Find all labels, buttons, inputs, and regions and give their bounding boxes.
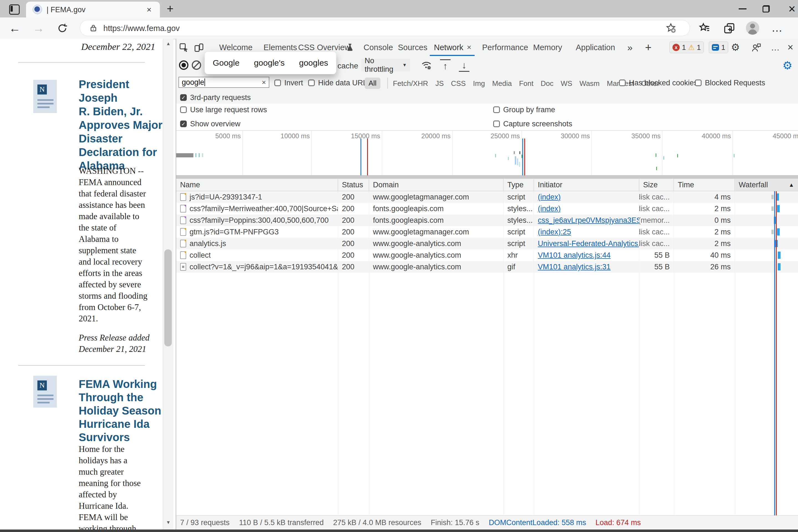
devtools-close-icon[interactable]: ×: [787, 39, 793, 56]
suggestion-item[interactable]: googles: [299, 58, 328, 68]
new-tab-button[interactable]: +: [164, 3, 176, 15]
table-row[interactable]: collect?v=1&_v=j96&aip=1&a=1919354041&t=…: [176, 261, 798, 273]
issues-badge[interactable]: 1: [709, 41, 728, 53]
clear-button[interactable]: [192, 60, 201, 70]
table-row[interactable]: css?family=Merriweather:400,700|Source+S…: [176, 203, 798, 214]
close-window-button[interactable]: ×: [786, 3, 798, 15]
tab-memory[interactable]: Memory: [533, 39, 562, 56]
tab-network-close-icon[interactable]: ×: [464, 43, 474, 52]
column-initiator[interactable]: Initiator: [534, 179, 639, 191]
scrollbar-thumb[interactable]: [164, 249, 172, 346]
article2-thumbnail[interactable]: N: [33, 376, 57, 407]
tab-actions-icon[interactable]: [9, 4, 20, 15]
request-time: 2 ms: [674, 226, 735, 238]
filter-type-css[interactable]: CSS: [451, 79, 466, 88]
throttling-select[interactable]: No throttling ▼: [361, 59, 410, 72]
capture-screenshots-checkbox[interactable]: [493, 120, 500, 127]
favorites-icon[interactable]: [699, 22, 711, 34]
profile-avatar[interactable]: [746, 21, 759, 35]
initiator-link[interactable]: (index): [538, 205, 561, 213]
column-type[interactable]: Type: [504, 179, 534, 191]
devtools-more-icon[interactable]: …: [771, 39, 780, 56]
filter-type-all[interactable]: All: [365, 78, 380, 89]
network-settings-gear-icon[interactable]: ⚙: [781, 59, 794, 72]
inspect-icon[interactable]: [179, 43, 189, 53]
column-name[interactable]: Name: [176, 179, 338, 191]
table-row[interactable]: collect 200 www.google-analytics.com xhr…: [176, 249, 798, 261]
tab-close-icon[interactable]: ×: [144, 4, 154, 15]
record-button[interactable]: [179, 60, 188, 70]
add-tab-icon[interactable]: +: [645, 39, 651, 56]
scroll-up-icon[interactable]: ▲: [163, 41, 173, 46]
suggestion-item[interactable]: Google: [213, 58, 240, 68]
filter-type-js[interactable]: JS: [435, 79, 443, 88]
hide-data-urls-label: Hide data URLs: [318, 79, 371, 87]
column-size[interactable]: Size: [639, 179, 674, 191]
network-filter-input[interactable]: google ×: [178, 77, 269, 88]
hide-data-urls-checkbox[interactable]: [308, 79, 315, 86]
column-domain[interactable]: Domain: [369, 179, 504, 191]
back-button[interactable]: ←: [8, 22, 21, 35]
group-by-frame-checkbox[interactable]: [493, 107, 500, 113]
table-row[interactable]: gtm.js?id=GTM-PNFPGG3 200 www.googletagm…: [176, 226, 798, 238]
has-blocked-cookies-checkbox[interactable]: [619, 79, 626, 86]
browser-tab[interactable]: | FEMA.gov ×: [26, 2, 160, 17]
disable-cache-label[interactable]: cache: [338, 61, 358, 70]
scroll-down-icon[interactable]: ▼: [163, 520, 173, 525]
article2-title[interactable]: FEMA Working Through the Holiday Season …: [79, 377, 163, 444]
browser-menu-icon[interactable]: …: [770, 21, 784, 34]
invert-checkbox[interactable]: [274, 79, 281, 86]
article1-thumbnail[interactable]: N: [33, 80, 57, 113]
url-text[interactable]: https://www.fema.gov: [103, 24, 180, 33]
initiator-link[interactable]: VM101 analytics.js:31: [538, 263, 611, 271]
filter-type-img[interactable]: Img: [473, 79, 485, 88]
page-scrollbar[interactable]: ▲ ▼: [163, 39, 173, 530]
tab-network[interactable]: Network: [434, 39, 463, 56]
filter-type-font[interactable]: Font: [519, 79, 533, 88]
more-tabs-icon[interactable]: »: [627, 39, 632, 56]
import-har-icon[interactable]: ↓: [459, 59, 469, 72]
column-status[interactable]: Status: [338, 179, 369, 191]
tab-application[interactable]: Application: [576, 39, 615, 56]
show-overview-checkbox[interactable]: ✓: [180, 120, 187, 127]
network-conditions-icon[interactable]: [421, 60, 432, 70]
column-time[interactable]: Time: [674, 179, 735, 191]
refresh-button[interactable]: [57, 22, 68, 34]
export-har-icon[interactable]: ↑: [440, 59, 451, 72]
initiator-link[interactable]: VM101 analytics.js:44: [538, 251, 611, 260]
initiator-link[interactable]: css_je6avLrpe0VMspjyana3ES3Q...: [538, 216, 639, 225]
initiator-link[interactable]: (index):25: [538, 228, 571, 236]
filter-type-media[interactable]: Media: [492, 79, 512, 88]
filter-type-wasm[interactable]: Wasm: [580, 79, 600, 88]
minimize-button[interactable]: [739, 8, 746, 10]
table-row[interactable]: analytics.js 200 www.google-analytics.co…: [176, 238, 798, 249]
blocked-requests-checkbox[interactable]: [695, 79, 702, 86]
error-warning-badge[interactable]: x 1 ⚠ 1: [669, 41, 704, 53]
filter-type-fetch[interactable]: Fetch/XHR: [393, 79, 428, 88]
column-waterfall[interactable]: Waterfall ▲: [735, 179, 798, 191]
third-party-checkbox[interactable]: ✓: [180, 94, 187, 101]
activity-mark: [677, 154, 678, 157]
initiator-link[interactable]: (index): [538, 193, 561, 202]
feedback-icon[interactable]: [752, 43, 761, 53]
table-row[interactable]: js?id=UA-29391347-1 200 www.googletagman…: [176, 191, 798, 203]
initiator-link[interactable]: Universal-Federated-Analytics.js:...: [538, 240, 639, 248]
table-row[interactable]: css?family=Poppins:300,400,500,600,700 2…: [176, 214, 798, 226]
devtools-settings-icon[interactable]: ⚙: [731, 39, 740, 56]
restore-button[interactable]: [762, 5, 770, 13]
tab-performance[interactable]: Performance: [482, 39, 528, 56]
add-favorite-icon[interactable]: [665, 22, 676, 34]
device-toolbar-icon[interactable]: [194, 43, 204, 53]
suggestion-item[interactable]: google's: [254, 58, 285, 68]
clear-filter-icon[interactable]: ×: [262, 78, 266, 87]
filter-type-ws[interactable]: WS: [560, 79, 572, 88]
tab-sources[interactable]: Sources: [398, 39, 427, 56]
use-large-rows-checkbox[interactable]: [180, 107, 187, 113]
collections-icon[interactable]: [723, 22, 735, 34]
filter-type-doc[interactable]: Doc: [540, 79, 553, 88]
address-bar[interactable]: https://www.fema.gov: [80, 20, 690, 36]
forward-button[interactable]: →: [32, 22, 45, 35]
article1-title[interactable]: President Joseph R. Biden, Jr. Approves …: [79, 78, 163, 173]
network-overview-timeline[interactable]: 5000 ms 10000 ms 15000 ms 20000 ms 25000…: [176, 131, 798, 175]
tab-console[interactable]: Console: [363, 39, 393, 56]
